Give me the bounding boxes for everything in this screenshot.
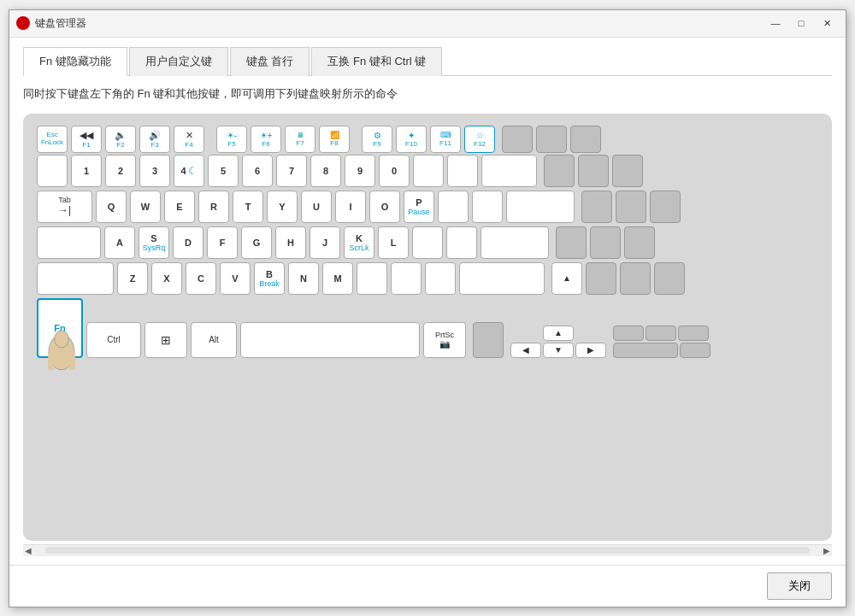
key-prtsc[interactable]: PrtSc 📷 (423, 322, 466, 358)
key-win[interactable]: ⊞ (144, 322, 187, 358)
key-pgdn[interactable] (612, 155, 643, 187)
key-f11[interactable]: ⌨ F11 (430, 126, 461, 153)
key-insert[interactable] (502, 126, 533, 153)
key-2[interactable]: 2 (105, 155, 136, 187)
key-s[interactable]: S SysRq (139, 226, 169, 259)
key-g[interactable]: G (241, 226, 272, 259)
key-t[interactable]: T (233, 191, 263, 223)
key-home[interactable] (536, 126, 567, 153)
key-num3[interactable] (678, 326, 709, 341)
key-5[interactable]: 5 (208, 155, 239, 187)
key-right[interactable]: ▶ (575, 343, 606, 358)
key-num2[interactable] (646, 326, 676, 341)
key-minus[interactable] (413, 155, 444, 187)
tab-keyboard-first-row[interactable]: 键盘 首行 (230, 47, 310, 76)
key-f2[interactable]: 🔈 F2 (105, 126, 136, 153)
key-caps[interactable] (37, 226, 101, 259)
key-num-div[interactable] (616, 191, 646, 223)
key-k[interactable]: K ScrLk (344, 226, 374, 259)
key-esc[interactable]: Esc FnLock (37, 126, 68, 153)
key-l[interactable]: L (378, 226, 409, 259)
key-u[interactable]: U (301, 191, 332, 223)
key-num7[interactable] (556, 226, 587, 259)
key-o[interactable]: O (369, 191, 400, 223)
key-w[interactable]: W (130, 191, 161, 223)
key-4[interactable]: 4 ☾ (174, 155, 204, 187)
tab-user-custom[interactable]: 用户自定义键 (129, 47, 228, 76)
key-num4[interactable] (586, 262, 616, 295)
key-f6[interactable]: ☀+ F6 (251, 126, 281, 153)
key-7[interactable]: 7 (276, 155, 307, 187)
key-delete[interactable] (544, 155, 575, 187)
key-slash[interactable] (425, 262, 456, 295)
tab-fn-hidden[interactable]: Fn 键隐藏功能 (23, 47, 127, 76)
key-n[interactable]: N (288, 262, 319, 295)
key-pgup[interactable] (570, 126, 601, 153)
key-numlock[interactable] (581, 191, 612, 223)
key-num0[interactable] (613, 343, 678, 358)
key-enter[interactable] (506, 191, 575, 223)
key-alt[interactable]: Alt (191, 322, 237, 358)
key-num1[interactable] (613, 326, 644, 341)
key-num-dot[interactable] (680, 343, 711, 358)
key-i[interactable]: I (335, 191, 366, 223)
key-equals[interactable] (447, 155, 478, 187)
key-enter2[interactable] (481, 226, 549, 259)
key-ctrl[interactable]: Ctrl (86, 322, 141, 358)
key-9[interactable]: 9 (345, 155, 375, 187)
key-3[interactable]: 3 (139, 155, 170, 187)
key-f5[interactable]: ☀- F5 (216, 126, 247, 153)
key-comma[interactable] (357, 262, 387, 295)
key-f10[interactable]: ✦ F10 (396, 126, 427, 153)
key-num6[interactable] (654, 262, 685, 295)
key-f3[interactable]: 🔊 F3 (139, 126, 170, 153)
key-0[interactable]: 0 (379, 155, 410, 187)
key-f1[interactable]: ◀◀ F1 (71, 126, 102, 153)
key-m[interactable]: M (322, 262, 353, 295)
key-rshift[interactable] (459, 262, 545, 295)
key-p[interactable]: P Pause (404, 191, 434, 223)
key-f4[interactable]: ✕ F4 (174, 126, 204, 153)
key-r[interactable]: R (198, 191, 229, 223)
key-x[interactable]: X (151, 262, 182, 295)
key-up[interactable]: ▲ (551, 262, 582, 295)
scroll-right-button[interactable]: ▶ (823, 546, 830, 555)
key-f9[interactable]: ⚙ F9 (362, 126, 392, 153)
key-num9[interactable] (624, 226, 655, 259)
minimize-button[interactable]: — (764, 15, 787, 32)
key-lbracket[interactable] (438, 191, 469, 223)
key-a[interactable]: A (104, 226, 135, 259)
key-num8[interactable] (590, 226, 621, 259)
key-b[interactable]: B Break (254, 262, 285, 295)
tab-swap-fn-ctrl[interactable]: 互换 Fn 键和 Ctrl 键 (311, 47, 442, 76)
key-down[interactable]: ▼ (543, 343, 574, 358)
key-c[interactable]: C (186, 262, 216, 295)
key-h[interactable]: H (275, 226, 306, 259)
key-backspace[interactable] (481, 155, 537, 187)
key-period[interactable] (391, 262, 422, 295)
key-lshift[interactable] (37, 262, 114, 295)
key-e[interactable]: E (164, 191, 195, 223)
key-f[interactable]: F (207, 226, 238, 259)
key-up2[interactable]: ▲ (543, 326, 574, 341)
key-quote[interactable] (446, 226, 477, 259)
key-6[interactable]: 6 (242, 155, 273, 187)
key-f8[interactable]: 📶 F8 (319, 126, 350, 153)
key-f12[interactable]: ☆ F12 (464, 126, 495, 153)
key-tab[interactable]: Tab →| (37, 191, 92, 223)
key-d[interactable]: D (173, 226, 203, 259)
key-y[interactable]: Y (267, 191, 298, 223)
key-8[interactable]: 8 (310, 155, 341, 187)
key-semicolon[interactable] (412, 226, 443, 259)
key-1[interactable]: 1 (71, 155, 102, 187)
scroll-left-button[interactable]: ◀ (25, 546, 32, 555)
key-j[interactable]: J (310, 226, 340, 259)
key-f7[interactable]: 🖥 F7 (285, 126, 315, 153)
key-left[interactable]: ◀ (510, 343, 541, 358)
key-num-mul[interactable] (650, 191, 681, 223)
key-z[interactable]: Z (117, 262, 148, 295)
key-rbracket[interactable] (472, 191, 503, 223)
scrollbar-track[interactable] (45, 547, 810, 554)
key-space[interactable] (240, 322, 420, 358)
key-end[interactable] (578, 155, 609, 187)
